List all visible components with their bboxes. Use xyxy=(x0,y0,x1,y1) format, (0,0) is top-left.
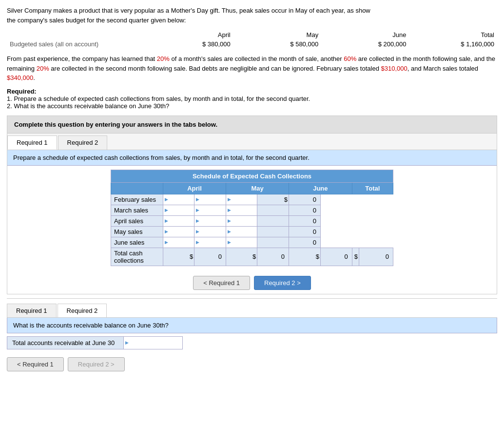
may-june-input[interactable] xyxy=(231,227,257,237)
intro-paragraph: Silver Company makes a product that is v… xyxy=(7,6,497,25)
arrow-icon: ▶ xyxy=(196,218,199,223)
col-may: May xyxy=(226,182,289,194)
pct-month: 20% xyxy=(157,55,170,62)
apr-may-input[interactable] xyxy=(199,216,226,226)
table-row: June sales ▶ ▶ xyxy=(111,237,393,248)
feb-june-input[interactable] xyxy=(231,194,257,205)
mar-sales: $340,000 xyxy=(7,74,33,81)
ar-input[interactable] xyxy=(129,338,182,348)
table-row: May sales ▶ ▶ xyxy=(111,226,393,237)
jun-may-input[interactable] xyxy=(199,237,226,248)
jun-april-input[interactable] xyxy=(168,237,194,248)
jun-april-input-cell: ▶ xyxy=(163,237,194,248)
apr-total: 0 xyxy=(289,215,321,226)
total-header: Total xyxy=(409,31,496,39)
feb-dollar: $ xyxy=(257,194,289,205)
arrow-icon: ▶ xyxy=(228,229,231,234)
required-section: Required: 1. Prepare a schedule of expec… xyxy=(7,88,497,110)
ar-input-cell: ▶ xyxy=(124,336,183,349)
col-april: April xyxy=(163,182,226,194)
jun-dollar xyxy=(257,237,289,248)
tab-content: Prepare a schedule of expected cash coll… xyxy=(7,150,497,290)
prev-button[interactable]: < Required 1 xyxy=(193,276,250,290)
schedule-col-header-row: April May June Total xyxy=(111,182,393,194)
bottom-tab-required-1[interactable]: Required 1 xyxy=(7,304,57,317)
may-june-input-cell: ▶ xyxy=(226,226,257,237)
tab-required-1[interactable]: Required 1 xyxy=(7,135,57,150)
bottom-next-button[interactable]: Required 2 > xyxy=(68,357,125,371)
arrow-icon: ▶ xyxy=(228,208,231,212)
mar-dollar xyxy=(257,205,289,215)
bottom-tab-required-2[interactable]: Required 2 xyxy=(58,304,107,317)
total-june-dollar: $ xyxy=(289,248,321,266)
feb-may-input[interactable] xyxy=(199,194,226,205)
total-total-val: 0 xyxy=(359,248,393,266)
table-row: February sales ▶ ▶ xyxy=(111,194,393,205)
required-heading: Required: xyxy=(7,88,37,95)
mar-may-input-cell: ▶ xyxy=(194,205,226,215)
total-april-dollar: $ xyxy=(163,248,194,266)
jun-total: 0 xyxy=(289,237,321,248)
arrow-icon: ▶ xyxy=(228,197,231,202)
ar-row: Total accounts receivable at June 30 ▶ xyxy=(7,333,497,352)
may-total: 0 xyxy=(289,226,321,237)
bottom-tab-row: Required 1 Required 2 xyxy=(7,304,497,318)
total-may-val: 0 xyxy=(257,248,289,266)
schedule-wrap: Schedule of Expected Cash Collections Ap… xyxy=(7,166,497,270)
tab-required-2[interactable]: Required 2 xyxy=(58,135,108,150)
mar-june-input[interactable] xyxy=(231,205,257,215)
apr-april-input-cell: ▶ xyxy=(163,215,194,226)
may-april-input[interactable] xyxy=(168,227,194,237)
may-value: $ 580,000 xyxy=(233,40,320,48)
required-item-1: 1. Prepare a schedule of expected cash c… xyxy=(7,95,310,102)
mar-april-input-cell: ▶ xyxy=(163,205,194,215)
total-row: Total cash collections $ 0 $ 0 $ 0 $ 0 xyxy=(111,248,393,266)
arrow-icon: ▶ xyxy=(196,197,199,202)
feb-sales: $310,000 xyxy=(381,65,407,72)
may-may-input[interactable] xyxy=(199,227,226,237)
apr-april-input[interactable] xyxy=(168,216,194,226)
mar-may-input[interactable] xyxy=(199,205,226,215)
mar-april-input[interactable] xyxy=(168,205,194,215)
nav-buttons: < Required 1 Required 2 > xyxy=(7,276,497,290)
next-button[interactable]: Required 2 > xyxy=(254,276,311,290)
apr-june-input-cell: ▶ xyxy=(226,215,257,226)
jun-june-input[interactable] xyxy=(231,237,257,248)
schedule-title-row: Schedule of Expected Cash Collections xyxy=(111,170,393,182)
budget-table: April May June Total Budgeted sales (all… xyxy=(7,30,497,49)
experience-paragraph: From past experience, the company has le… xyxy=(7,54,497,83)
april-header: April xyxy=(145,31,232,39)
arrow-icon: ▶ xyxy=(165,218,168,223)
required-item-2: 2. What is the accounts receivable balan… xyxy=(7,102,169,110)
total-april-val: 0 xyxy=(194,248,226,266)
apr-june-input[interactable] xyxy=(231,216,257,226)
col-total: Total xyxy=(352,182,393,194)
may-april-input-cell: ▶ xyxy=(163,226,194,237)
col-empty xyxy=(111,182,163,194)
mar-june-input-cell: ▶ xyxy=(226,205,257,215)
total-label: Total cash collections xyxy=(111,248,163,266)
table-row: April sales ▶ ▶ xyxy=(111,215,393,226)
arrow-icon: ▶ xyxy=(196,240,199,245)
total-value: $ 1,160,000 xyxy=(409,40,496,48)
arrow-icon: ▶ xyxy=(196,208,199,212)
june-header: June xyxy=(321,31,408,39)
apr-sales-label: April sales xyxy=(111,215,163,226)
feb-may-input-cell: ▶ xyxy=(194,194,226,205)
schedule-title: Schedule of Expected Cash Collections xyxy=(111,170,393,182)
blue-instruction: Prepare a schedule of expected cash coll… xyxy=(7,150,497,166)
april-value: $ 380,000 xyxy=(145,40,232,48)
table-row: March sales ▶ ▶ xyxy=(111,205,393,215)
bottom-nav-buttons: < Required 1 Required 2 > xyxy=(7,357,497,371)
main-tabs-container: Required 1 Required 2 Prepare a schedule… xyxy=(7,134,497,294)
bottom-prev-button[interactable]: < Required 1 xyxy=(7,357,64,371)
feb-april-input[interactable] xyxy=(168,194,194,205)
mar-sales-label: March sales xyxy=(111,205,163,215)
jun-june-input-cell: ▶ xyxy=(226,237,257,248)
mar-total: 0 xyxy=(289,205,321,215)
may-dollar xyxy=(257,226,289,237)
total-total-dollar: $ xyxy=(352,248,359,266)
apr-dollar xyxy=(257,215,289,226)
feb-total: 0 xyxy=(289,194,321,205)
arrow-icon: ▶ xyxy=(228,240,231,245)
